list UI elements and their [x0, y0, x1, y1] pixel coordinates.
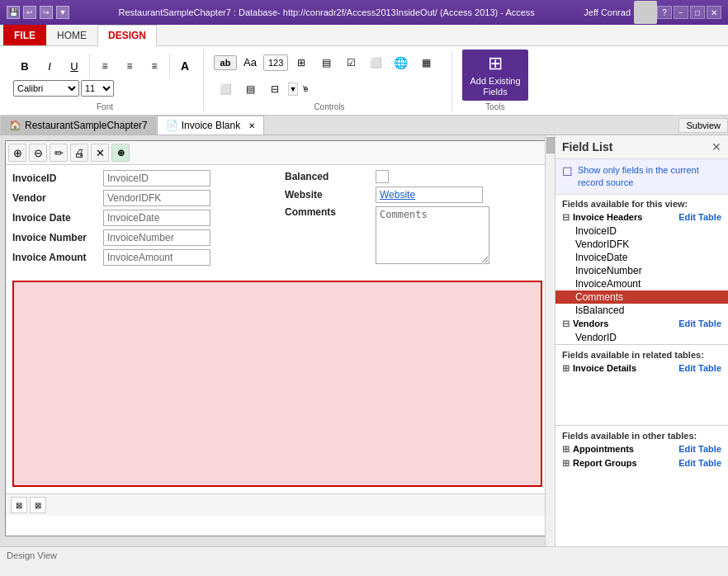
show-only-fields-row[interactable]: ☐ Show only fields in the current record…	[555, 159, 728, 194]
italic-button[interactable]: I	[38, 57, 61, 76]
tree-section-appointments[interactable]: ⊞ Appointments Edit Table	[555, 442, 728, 456]
controls-dropdown[interactable]: ▼	[288, 83, 298, 96]
field-comments[interactable]: Comments	[555, 290, 728, 304]
nav-prev-button[interactable]: ⊠	[30, 497, 46, 513]
chart-button[interactable]: ▤	[239, 80, 262, 98]
align-center-button[interactable]: ≡	[118, 57, 141, 75]
maximize-button[interactable]: □	[690, 6, 705, 19]
align-right-button[interactable]: ≡	[143, 57, 166, 75]
input-vendor[interactable]	[103, 190, 210, 206]
show-only-fields-text: Show only fields in the current record s…	[578, 164, 721, 188]
doc-tab-close-icon[interactable]: ✕	[248, 121, 255, 130]
form-vertical-scrollbar[interactable]	[545, 135, 555, 546]
text-control-button[interactable]: ab	[214, 55, 237, 70]
add-existing-fields-button[interactable]: ⊞ Add ExistingFields	[462, 50, 528, 101]
print-button[interactable]: 🖨	[70, 144, 88, 162]
field-invoicenumber[interactable]: InvoiceNumber	[555, 264, 728, 277]
font-size-select[interactable]: 11	[81, 80, 114, 97]
ribbon-tab-bar: FILE HOME DESIGN	[0, 25, 728, 46]
checkbox-balanced[interactable]	[376, 170, 389, 183]
label-vendor: Vendor	[12, 192, 103, 204]
panel-title: Field List	[562, 140, 612, 153]
label-invoicedate: Invoice Date	[12, 212, 103, 224]
bold-button[interactable]: B	[13, 57, 36, 76]
undo-icon[interactable]: ↩	[23, 6, 36, 19]
show-fields-icon: ☐	[562, 165, 573, 178]
nav-first-button[interactable]: ⊠	[11, 497, 27, 513]
underline-button[interactable]: U	[63, 57, 86, 76]
input-invoiceid[interactable]	[103, 170, 210, 186]
delete-button[interactable]: ⊖	[29, 144, 47, 162]
doc-tab-restaurant[interactable]: 🏠 RestaurantSampleChapter7	[0, 116, 157, 135]
edit-table-invoice-headers[interactable]: Edit Table	[678, 212, 721, 222]
window-controls[interactable]: ? − □ ✕	[657, 6, 721, 19]
doc-tab-restaurant-label: RestaurantSampleChapter7	[25, 120, 148, 131]
title-bar-system-icons: 💾 ↩ ↪ ▼	[7, 6, 69, 19]
field-isbalanced[interactable]: IsBalanced	[555, 304, 728, 317]
invoice-headers-label: Invoice Headers	[573, 212, 678, 222]
report-groups-label: Report Groups	[573, 458, 678, 468]
close-button[interactable]: ✕	[707, 6, 721, 19]
edit-table-invoice-details[interactable]: Edit Table	[678, 363, 721, 373]
ribbon-body: B I U ≡ ≡ ≡ A Calibri	[0, 46, 728, 115]
input-invoicenumber[interactable]	[103, 229, 210, 246]
close-form-button[interactable]: ✕	[91, 144, 109, 162]
align-left-button[interactable]: ≡	[93, 57, 116, 75]
textbox-button[interactable]: 123	[263, 54, 288, 71]
grid-button[interactable]: ▦	[414, 54, 437, 72]
other-tables-header: Fields available in other tables:	[555, 425, 728, 442]
save-icon[interactable]: 💾	[7, 6, 20, 19]
input-website[interactable]	[376, 186, 483, 203]
field-vendoridfk[interactable]: VendorIDFK	[555, 238, 728, 251]
textarea-comments[interactable]: Comments	[376, 206, 489, 264]
field-list-scroll[interactable]: Fields available for this view: ⊟ Invoic…	[555, 194, 728, 546]
field-invoicedate[interactable]: InvoiceDate	[555, 251, 728, 264]
tab-design[interactable]: DESIGN	[97, 25, 157, 46]
toggle-button[interactable]: ⬜	[364, 54, 387, 72]
doc-tab-invoice[interactable]: 📄 Invoice Blank ✕	[157, 116, 264, 135]
subview-button[interactable]: Subview	[678, 118, 728, 133]
web-button[interactable]: 🌐	[389, 53, 413, 73]
form-bottom-nav: ⊠ ⊠	[6, 493, 549, 516]
user-avatar	[634, 1, 657, 24]
vendors-label: Vendors	[573, 319, 678, 328]
tree-section-invoice-headers[interactable]: ⊟ Invoice Headers Edit Table	[555, 210, 728, 224]
attachment-button[interactable]: ⊟	[263, 80, 286, 98]
field-row-invoicedate: Invoice Date	[12, 210, 270, 226]
add-record-button[interactable]: ⊕	[8, 144, 26, 162]
tree-section-report-groups[interactable]: ⊞ Report Groups Edit Table	[555, 456, 728, 470]
invoice-details-label: Invoice Details	[573, 363, 678, 373]
help-button[interactable]: ?	[657, 6, 672, 19]
minimize-button[interactable]: −	[674, 6, 688, 19]
scrollbar-thumb[interactable]	[546, 137, 555, 153]
field-list-panel: Field List ✕ ☐ Show only fields in the c…	[555, 135, 728, 546]
edit-table-vendors[interactable]: Edit Table	[678, 319, 721, 328]
font-controls: B I U ≡ ≡ ≡ A Calibri	[13, 50, 196, 101]
font-family-select[interactable]: Calibri	[13, 80, 79, 97]
input-invoicedate[interactable]	[103, 210, 210, 226]
edit-button[interactable]: ✏	[50, 144, 68, 162]
tab-file[interactable]: FILE	[3, 25, 46, 45]
field-invoiceid[interactable]: InvoiceID	[555, 224, 728, 238]
tree-section-vendors[interactable]: ⊟ Vendors Edit Table	[555, 317, 728, 331]
font-color-button[interactable]: A	[173, 56, 196, 76]
redo-icon[interactable]: ↪	[40, 6, 53, 19]
tab-home[interactable]: HOME	[46, 25, 97, 45]
new-button[interactable]: ⊕	[111, 144, 130, 162]
user-info: Jeff Conrad	[584, 1, 657, 24]
status-text: Design View	[7, 550, 57, 560]
input-invoiceamount[interactable]	[103, 249, 210, 266]
tree-section-invoice-details[interactable]: ⊞ Invoice Details Edit Table	[555, 361, 728, 375]
edit-table-report-groups[interactable]: Edit Table	[678, 458, 721, 468]
field-vendorid[interactable]: VendorID	[555, 331, 728, 344]
panel-close-button[interactable]: ✕	[711, 140, 721, 153]
menu-icon[interactable]: ▼	[56, 6, 69, 19]
label-button[interactable]: Aa	[239, 53, 262, 72]
subform-button[interactable]: ⬜	[214, 80, 237, 98]
field-row-invoicenumber: Invoice Number	[12, 229, 270, 246]
edit-table-appointments[interactable]: Edit Table	[678, 444, 721, 454]
checkbox-button[interactable]: ☑	[339, 54, 362, 72]
field-invoiceamount[interactable]: InvoiceAmount	[555, 277, 728, 290]
combobox-button[interactable]: ⊞	[290, 54, 313, 72]
list-button[interactable]: ▤	[314, 54, 338, 72]
